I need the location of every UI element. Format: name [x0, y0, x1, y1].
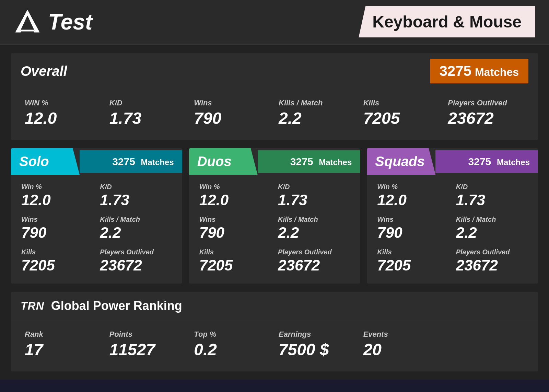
solo-stat-1: K/D1.73 — [96, 180, 175, 211]
solo-stat-2: Wins790 — [18, 213, 96, 244]
overall-title: Overall — [21, 64, 67, 79]
solo-stat-3: Kills / Match2.2 — [96, 213, 175, 244]
squads-stat-3: Kills / Match2.2 — [453, 213, 531, 244]
solo-stat-5: Players Outlived23672 — [96, 245, 175, 277]
duos-stat-4: Kills7205 — [196, 245, 274, 277]
overall-stat-4: Kills7205 — [359, 96, 444, 130]
solo-stat-4: Kills7205 — [18, 245, 96, 277]
ranking-stat-4: Events20 — [359, 327, 444, 362]
duos-stats: Win %12.0K/D1.73Wins790Kills / Match2.2K… — [189, 175, 360, 284]
overall-header: Overall 3275 Matches — [11, 53, 538, 89]
duos-stat-1: K/D1.73 — [274, 180, 353, 211]
squads-stat-2: Wins790 — [374, 213, 452, 244]
squads-header: Squads 3275 Matches — [367, 148, 538, 175]
duos-stat-2: Wins790 — [196, 213, 274, 244]
apex-logo-icon — [14, 8, 41, 36]
solo-card: Solo 3275 Matches Win %12.0K/D1.73Wins79… — [11, 148, 182, 284]
duos-stat-0: Win %12.0 — [196, 180, 274, 211]
main-content: Overall 3275 Matches WIN %12.0K/D1.73Win… — [0, 45, 549, 380]
squads-stat-5: Players Outlived23672 — [453, 245, 531, 277]
squads-stats: Win %12.0K/D1.73Wins790Kills / Match2.2K… — [367, 175, 538, 284]
input-type-label: Keyboard & Mouse — [372, 13, 522, 31]
duos-header: Duos 3275 Matches — [189, 148, 360, 175]
squads-title: Squads — [367, 148, 435, 175]
overall-stats-row: WIN %12.0K/D1.73Wins790Kills / Match2.2K… — [11, 89, 538, 140]
duos-stat-3: Kills / Match2.2 — [274, 213, 353, 244]
solo-header: Solo 3275 Matches — [11, 148, 182, 175]
squads-stat-1: K/D1.73 — [453, 180, 531, 211]
ranking-title: Global Power Ranking — [51, 299, 182, 313]
solo-stats: Win %12.0K/D1.73Wins790Kills / Match2.2K… — [11, 175, 182, 284]
overall-matches-label: Matches — [475, 66, 519, 78]
trn-logo: TRN — [21, 300, 44, 312]
modes-section: Solo 3275 Matches Win %12.0K/D1.73Wins79… — [11, 148, 538, 284]
overall-section: Overall 3275 Matches WIN %12.0K/D1.73Win… — [11, 53, 538, 140]
ranking-stat-2: Top %0.2 — [190, 327, 274, 362]
ranking-section: TRN Global Power Ranking Rank17Points115… — [11, 292, 538, 371]
squads-stat-0: Win %12.0 — [374, 180, 452, 211]
squads-matches: 3275 Matches — [435, 150, 538, 173]
input-type-badge: Keyboard & Mouse — [359, 6, 535, 37]
squads-card: Squads 3275 Matches Win %12.0K/D1.73Wins… — [367, 148, 538, 284]
overall-stat-5: Players Outlived23672 — [444, 96, 528, 130]
duos-stat-5: Players Outlived23672 — [274, 245, 353, 277]
duos-title: Duos — [189, 148, 258, 175]
overall-matches-count: 3275 — [440, 63, 471, 79]
solo-matches: 3275 Matches — [80, 150, 182, 173]
solo-stat-0: Win %12.0 — [18, 180, 96, 211]
overall-stat-0: WIN %12.0 — [21, 96, 105, 130]
ranking-stat-3: Earnings7500 $ — [274, 327, 359, 362]
ranking-header: TRN Global Power Ranking — [11, 292, 538, 320]
overall-stat-1: K/D1.73 — [105, 96, 190, 130]
duos-card: Duos 3275 Matches Win %12.0K/D1.73Wins79… — [189, 148, 360, 284]
solo-title: Solo — [11, 148, 80, 175]
header-left: Test — [14, 8, 92, 36]
ranking-stat-0: Rank17 — [21, 327, 105, 362]
duos-matches: 3275 Matches — [258, 150, 360, 173]
ranking-stat-1: Points11527 — [105, 327, 190, 362]
header: Test Keyboard & Mouse — [0, 0, 549, 45]
overall-stat-2: Wins790 — [190, 96, 274, 130]
overall-matches-badge: 3275 Matches — [430, 59, 529, 83]
overall-stat-3: Kills / Match2.2 — [274, 96, 359, 130]
player-name: Test — [48, 9, 92, 35]
squads-stat-4: Kills7205 — [374, 245, 452, 277]
ranking-stats-row: Rank17Points11527Top %0.2Earnings7500 $E… — [11, 320, 538, 362]
